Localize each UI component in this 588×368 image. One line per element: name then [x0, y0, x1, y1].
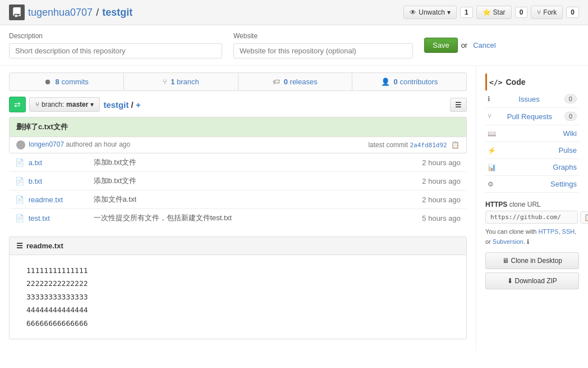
readme-title: readme.txt: [26, 242, 63, 250]
contributors-stat[interactable]: 👤 0 contributors: [352, 73, 466, 90]
nav-label[interactable]: Pull Requests: [507, 112, 552, 121]
table-row: 📄 readme.txt 添加文件a.txt 2 hours ago: [10, 190, 467, 209]
commits-count: 8: [56, 78, 59, 86]
https-info: You can clone with HTTPS, SSH, or Subver…: [485, 227, 579, 247]
desc-label: Description: [9, 32, 222, 40]
chevron-down-icon: ▾: [90, 101, 94, 108]
commit-box: 删掉了c.txt文件: [9, 117, 467, 137]
repo-link[interactable]: testgit: [102, 7, 132, 19]
compare-button[interactable]: ⇄: [9, 97, 26, 112]
sidebar-item-settings[interactable]: ⚙ Settings: [485, 176, 579, 193]
commits-stat[interactable]: ⏺ 8 commits: [10, 73, 124, 90]
contributors-icon: 👤: [381, 78, 390, 86]
releases-label: releases: [290, 78, 318, 86]
readme-box: ☰ readme.txt 111111111111112222222222222…: [9, 237, 467, 339]
readme-content: 1111111111111122222222222222333333333333…: [10, 255, 466, 339]
fork-icon: ⑂: [537, 8, 541, 16]
website-label: Website: [233, 32, 413, 40]
nav-label[interactable]: Graphs: [553, 163, 577, 171]
download-zip-button[interactable]: ⬇ Download ZIP: [485, 272, 579, 289]
cancel-link[interactable]: Cancel: [473, 41, 495, 49]
save-button[interactable]: Save: [424, 38, 458, 53]
table-row: 📄 a.txt 添加b.txt文件 2 hours ago: [10, 153, 467, 172]
compare-icon: ⇄: [14, 100, 21, 109]
ssh-link[interactable]: SSH: [562, 228, 575, 235]
commit-meta: longen0707 authored an hour ago latest c…: [9, 137, 467, 153]
file-link[interactable]: b.txt: [29, 177, 43, 185]
file-link[interactable]: readme.txt: [29, 196, 63, 204]
sidebar-item-pulse[interactable]: ⚡ Pulse: [485, 142, 579, 159]
copy-url-button[interactable]: 📋: [580, 211, 588, 224]
branch-left: ⇄ ⑂ branch: master ▾ testgit / +: [9, 97, 141, 112]
commit-hash[interactable]: 2a4fd81d92: [410, 142, 447, 149]
file-link[interactable]: a.txt: [29, 158, 43, 167]
star-button[interactable]: ⭐ Star: [476, 6, 512, 19]
branches-stat[interactable]: ⑂ 1 branch: [124, 73, 238, 90]
nav-label[interactable]: Wiki: [563, 129, 577, 138]
commit-meta-text: authored an hour ago: [66, 140, 130, 148]
table-row: 📄 b.txt 添加b.txt文件 2 hours ago: [10, 172, 467, 190]
clone-desktop-button[interactable]: 🖥 Clone in Desktop: [485, 252, 579, 269]
releases-stat[interactable]: 🏷 0 releases: [238, 73, 353, 90]
file-icon: 📄: [15, 158, 24, 167]
sidebar-item-graphs[interactable]: 📊 Graphs: [485, 159, 579, 176]
content-area: ⏺ 8 commits ⑂ 1 branch 🏷 0 releases 👤 0 …: [0, 66, 476, 351]
commits-icon: ⏺: [44, 78, 52, 86]
sidebar-item-issues[interactable]: ℹ Issues0: [485, 90, 579, 108]
fork-button[interactable]: ⑂ Fork: [531, 6, 563, 19]
list-view-button[interactable]: ☰: [450, 98, 467, 112]
nav-label[interactable]: Pulse: [558, 146, 577, 155]
commits-label: commits: [61, 78, 88, 86]
subversion-link[interactable]: Subversion: [493, 238, 523, 245]
clone-url-input[interactable]: [485, 211, 578, 224]
readme-line: 44444444444444: [26, 303, 449, 316]
readme-line: 66666666666666: [26, 317, 449, 330]
releases-icon: 🏷: [273, 78, 280, 86]
nav-icon: 📊: [488, 163, 496, 171]
repo-book-icon: [9, 4, 25, 20]
user-link[interactable]: tugenhua0707: [28, 7, 93, 19]
path-sep: /: [131, 100, 136, 110]
commit-hash-area: latest commit 2a4fd81d92 📋: [368, 141, 460, 149]
file-time: 2 hours ago: [371, 172, 466, 190]
file-message: 添加b.txt文件: [88, 172, 372, 190]
unwatch-chevron-icon: ▾: [447, 8, 451, 16]
nav-label[interactable]: Issues: [518, 95, 540, 103]
branch-icon: ⑂: [35, 101, 39, 108]
readme-line: 11111111111111: [26, 264, 449, 277]
author-link[interactable]: longen0707: [29, 140, 64, 148]
star-count: 0: [515, 7, 528, 18]
readme-line: 33333333333333: [26, 290, 449, 303]
sidebar-item-code[interactable]: </> Code: [485, 74, 579, 90]
clone-url-row: 📋: [485, 211, 579, 224]
branch-selector[interactable]: ⑂ branch: master ▾: [29, 97, 100, 112]
readme-icon: ☰: [16, 242, 23, 250]
path-repo-link[interactable]: testgit: [103, 100, 128, 110]
branch-label: branch:: [42, 101, 64, 108]
table-row: 📄 test.txt 一次性提交所有文件，包括新建文件test.txt 5 ho…: [10, 209, 467, 228]
unwatch-button[interactable]: 👁 Unwatch ▾: [403, 6, 457, 19]
main-layout: ⏺ 8 commits ⑂ 1 branch 🏷 0 releases 👤 0 …: [0, 66, 588, 351]
path-plus[interactable]: +: [136, 100, 141, 110]
sidebar-item-wiki[interactable]: 📖 Wiki: [485, 125, 579, 142]
commit-message: 删掉了c.txt文件: [16, 122, 68, 131]
star-icon: ⭐: [483, 8, 491, 16]
title-sep: /: [96, 7, 99, 19]
description-input[interactable]: [9, 43, 222, 58]
https-label: HTTPS clone URL: [485, 201, 579, 208]
author-avatar: [16, 140, 25, 149]
sidebar-item-pull-requests[interactable]: ⑂ Pull Requests0: [485, 108, 579, 125]
file-link[interactable]: test.txt: [29, 214, 50, 222]
branches-icon: ⑂: [163, 78, 167, 86]
https-link[interactable]: HTTPS: [538, 228, 558, 235]
copy-icon[interactable]: 📋: [451, 141, 460, 149]
website-group: Website: [233, 32, 413, 58]
file-time: 2 hours ago: [371, 153, 466, 172]
nav-icon: ⑂: [488, 112, 491, 120]
nav-label[interactable]: Settings: [550, 180, 577, 188]
nav-icon: ℹ: [488, 95, 490, 103]
branch-bar: ⇄ ⑂ branch: master ▾ testgit / + ☰: [9, 97, 467, 112]
nav-icon: 📖: [488, 130, 496, 138]
website-input[interactable]: [233, 43, 413, 58]
or-text: or: [461, 41, 468, 49]
